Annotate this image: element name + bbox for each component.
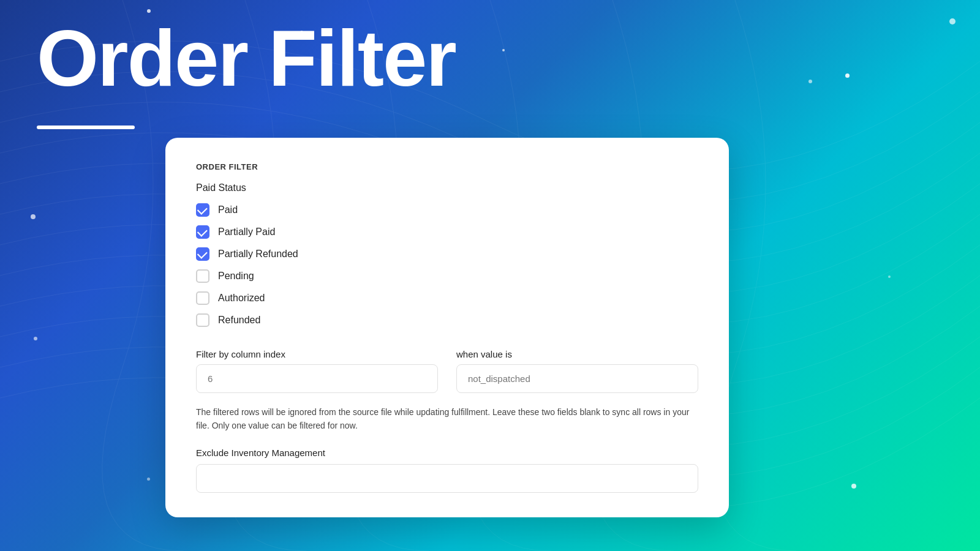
order-filter-card: ORDER FILTER Paid Status Paid Partially … [165,138,729,517]
checkbox-refunded[interactable]: Refunded [196,313,698,327]
helper-text: The filtered rows will be ignored from t… [196,405,698,433]
dot [31,214,36,219]
dot [34,337,37,340]
checkbox-partially-paid[interactable]: Partially Paid [196,225,698,239]
checkbox-pending-label: Pending [218,271,254,282]
filter-value-group: when value is [456,349,698,393]
checkbox-partially-refunded-box[interactable] [196,247,209,261]
checkbox-list: Paid Partially Paid Partially Refunded P… [196,203,698,327]
checkbox-paid[interactable]: Paid [196,203,698,217]
dot [147,9,151,13]
dot [845,73,850,78]
title-underline [37,126,135,129]
checkbox-refunded-box[interactable] [196,313,209,327]
dot [147,478,150,481]
checkbox-authorized[interactable]: Authorized [196,291,698,305]
filter-value-input[interactable] [456,364,698,393]
section-label: ORDER FILTER [196,162,698,171]
exclude-label: Exclude Inventory Management [196,448,698,458]
filter-value-label: when value is [456,349,698,359]
checkbox-authorized-box[interactable] [196,291,209,305]
checkbox-refunded-label: Refunded [218,315,260,326]
checkbox-pending-box[interactable] [196,269,209,283]
dot [809,80,812,83]
checkbox-paid-box[interactable] [196,203,209,217]
checkbox-authorized-label: Authorized [218,293,265,304]
paid-status-label: Paid Status [196,182,698,193]
dot [949,18,956,24]
checkbox-partially-paid-label: Partially Paid [218,227,275,238]
filter-row: Filter by column index when value is [196,349,698,393]
filter-column-group: Filter by column index [196,349,438,393]
checkbox-pending[interactable]: Pending [196,269,698,283]
filter-column-input[interactable] [196,364,438,393]
filter-column-label: Filter by column index [196,349,438,359]
exclude-input[interactable] [196,464,698,493]
dot [502,49,505,51]
page-title: Order Filter [37,18,456,98]
dot [851,484,856,489]
checkbox-partially-paid-box[interactable] [196,225,209,239]
checkbox-paid-label: Paid [218,204,238,216]
checkbox-partially-refunded[interactable]: Partially Refunded [196,247,698,261]
dot [888,276,891,278]
checkbox-partially-refunded-label: Partially Refunded [218,249,298,260]
